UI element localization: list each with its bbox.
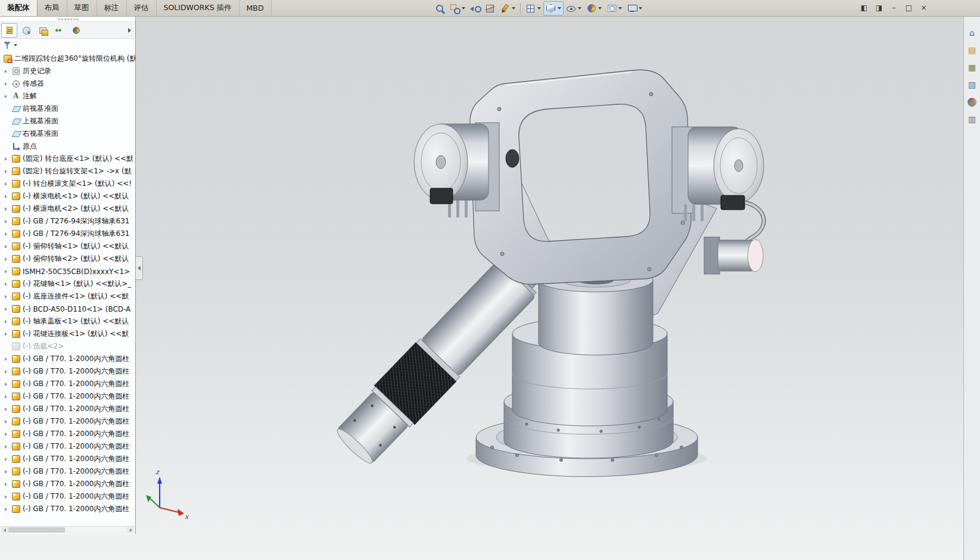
filter-button[interactable] xyxy=(4,41,17,49)
apply-scene-button[interactable] xyxy=(604,1,624,15)
tab-mbd[interactable]: MBD xyxy=(239,0,272,16)
model-gimbal-frame[interactable] xyxy=(470,70,691,284)
tree-item[interactable]: (-) GB / T70. 1-2000内六角圆柱 xyxy=(0,465,135,478)
featuremanager-tab[interactable] xyxy=(1,23,17,38)
tree-item[interactable]: (-) GB / T70. 1-2000内六角圆柱 xyxy=(0,415,135,428)
expand-arrow-icon[interactable] xyxy=(5,508,10,511)
tree-item[interactable]: (-) GB / T276-94深沟球轴承631 xyxy=(0,215,135,228)
display-style-button[interactable] xyxy=(543,1,564,15)
expand-arrow-icon[interactable] xyxy=(5,220,10,223)
tab-evaluate[interactable]: 评估 xyxy=(127,0,157,16)
expand-arrow-icon[interactable] xyxy=(5,70,10,73)
panel-collapse-handle[interactable] xyxy=(136,256,143,280)
model-encoder[interactable] xyxy=(704,237,763,274)
pane-right-button[interactable]: ◨ xyxy=(872,1,886,14)
expand-arrow-icon[interactable] xyxy=(5,458,10,461)
expand-arrow-icon[interactable] xyxy=(5,445,10,449)
zoom-to-area-button[interactable] xyxy=(447,1,468,15)
tree-item[interactable]: (-) 俯仰转轴<2> (默认) <<默认 xyxy=(0,253,135,265)
tree-root-item[interactable]: 二维跟踪转台超360°旋转限位机构 (默 xyxy=(0,52,135,65)
tree-item[interactable]: (-) GB / T70. 1-2000内六角圆柱 xyxy=(0,353,135,365)
expand-arrow-icon[interactable] xyxy=(5,257,10,261)
tree-item[interactable]: (-) GB / T70. 1-2000内六角圆柱 xyxy=(0,453,135,465)
graphics-area[interactable]: x z xyxy=(0,17,963,560)
expand-arrow-icon[interactable] xyxy=(5,370,10,374)
view-orientation-button[interactable] xyxy=(523,1,543,15)
hide-show-items-button[interactable] xyxy=(564,1,584,15)
custom-properties-tab[interactable]: ▥ xyxy=(965,113,979,126)
tree-item[interactable]: (-) GB / T70. 1-2000内六角圆柱 xyxy=(0,503,135,515)
expand-arrow-icon[interactable] xyxy=(5,433,10,436)
section-view-button[interactable] xyxy=(483,1,497,15)
dimxpertmanager-tab[interactable] xyxy=(51,23,67,38)
scrollbar-track[interactable] xyxy=(8,527,127,533)
expand-arrow-icon[interactable] xyxy=(5,107,10,111)
expand-arrow-icon[interactable] xyxy=(5,182,10,186)
expand-arrow-icon[interactable] xyxy=(5,407,10,411)
expand-arrow-icon[interactable] xyxy=(5,95,10,98)
tree-item[interactable]: 上视基准面 xyxy=(0,115,135,127)
tab-assembly[interactable]: 装配体 xyxy=(0,0,38,16)
design-library-tab[interactable]: ▤ xyxy=(965,43,979,57)
expand-arrow-icon[interactable] xyxy=(5,420,10,424)
expand-arrow-icon[interactable] xyxy=(5,483,10,486)
tree-item[interactable]: (-) 负载<2> xyxy=(0,340,135,353)
solidworks-resources-tab[interactable]: ⌂ xyxy=(965,26,979,39)
tree-item[interactable]: (-) GB / T70. 1-2000内六角圆柱 xyxy=(0,390,135,403)
tree-item[interactable]: 原点 xyxy=(0,140,135,153)
expand-arrow-icon[interactable] xyxy=(5,470,10,474)
tree-item[interactable]: (固定) 转台底座<1> (默认) <<默 xyxy=(0,153,135,165)
file-explorer-tab[interactable]: ▦ xyxy=(965,61,979,74)
3d-model[interactable]: x z xyxy=(0,17,963,560)
close-button[interactable]: × xyxy=(916,1,931,14)
expand-arrow-icon[interactable] xyxy=(5,357,10,361)
expand-arrow-icon[interactable] xyxy=(5,345,10,349)
tree-item[interactable]: (-) GB / T70. 1-2000内六角圆柱 xyxy=(0,490,135,503)
expand-arrow-icon[interactable] xyxy=(5,382,10,386)
expand-arrow-icon[interactable] xyxy=(5,282,10,286)
model-left-motor[interactable] xyxy=(414,123,499,217)
scroll-left-button[interactable] xyxy=(1,527,8,533)
tree-item[interactable]: (-) 轴承盖板<1> (默认) <<默认 xyxy=(0,315,135,328)
expand-arrow-icon[interactable] xyxy=(5,145,10,148)
tab-solidworks-addins[interactable]: SOLIDWORKS 插件 xyxy=(157,0,239,16)
edit-appearance-button[interactable] xyxy=(584,1,604,15)
panel-drag-handle[interactable] xyxy=(0,17,135,22)
tab-layout[interactable]: 布局 xyxy=(38,0,67,16)
tree-item[interactable]: (-) GB / T276-94深沟球轴承631 xyxy=(0,228,135,240)
tree-item[interactable]: (-) GB / T70. 1-2000内六角圆柱 xyxy=(0,428,135,440)
scrollbar-thumb[interactable] xyxy=(8,527,65,533)
tree-item[interactable]: (-) 底座连接件<1> (默认) <<默 xyxy=(0,290,135,303)
expand-arrow-icon[interactable] xyxy=(5,232,10,236)
tree-item[interactable]: (-) 花键连接板<1> (默认) <<默 xyxy=(0,328,135,340)
expand-arrow-icon[interactable] xyxy=(5,395,10,399)
tab-annotation[interactable]: 标注 xyxy=(97,0,127,16)
view-settings-button[interactable] xyxy=(624,1,645,15)
tree-item[interactable]: 右视基准面 xyxy=(0,127,135,140)
tree-item[interactable]: 前视基准面 xyxy=(0,102,135,115)
tree-item[interactable]: (固定) 转台旋转支架<1> ->x (默 xyxy=(0,165,135,178)
expand-arrow-icon[interactable] xyxy=(5,307,10,311)
tree-item[interactable]: 历史记录 xyxy=(0,65,135,77)
tree-item[interactable]: (-) 转台横滚支架<1> (默认) <<! xyxy=(0,178,135,190)
expand-arrow-icon[interactable] xyxy=(5,495,10,499)
panel-tabs-overflow-button[interactable] xyxy=(125,24,134,36)
tree-item[interactable]: (-) GB / T70. 1-2000内六角圆柱 xyxy=(0,403,135,415)
expand-arrow-icon[interactable] xyxy=(5,270,10,273)
configurationmanager-tab[interactable] xyxy=(35,23,51,38)
tree-item[interactable]: (-) GB / T70. 1-2000内六角圆柱 xyxy=(0,365,135,378)
minimize-button[interactable]: – xyxy=(886,1,901,14)
tree-horizontal-scrollbar[interactable] xyxy=(1,526,135,533)
annotation-views-button[interactable] xyxy=(497,1,518,15)
tree-item[interactable]: (-) GB / T70. 1-2000内六角圆柱 xyxy=(0,378,135,390)
tree-item[interactable]: 传感器 xyxy=(0,77,135,90)
toolbar-separator[interactable] xyxy=(520,3,521,14)
expand-arrow-icon[interactable] xyxy=(5,207,10,211)
view-palette-tab[interactable]: ▧ xyxy=(965,78,979,91)
expand-arrow-icon[interactable] xyxy=(5,157,10,161)
expand-arrow-icon[interactable] xyxy=(5,120,10,123)
expand-arrow-icon[interactable] xyxy=(5,195,10,198)
restore-button[interactable]: □ xyxy=(901,1,916,14)
scroll-right-button[interactable] xyxy=(127,527,135,533)
expand-arrow-icon[interactable] xyxy=(5,170,10,173)
